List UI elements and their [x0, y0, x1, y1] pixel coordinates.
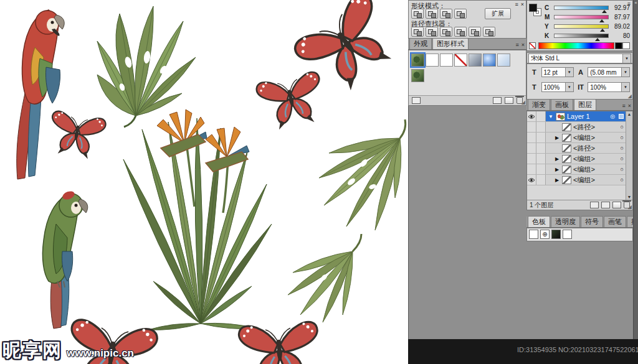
white-swatch[interactable]	[622, 42, 630, 49]
trim-button[interactable]	[426, 27, 438, 37]
tab-transparency[interactable]: 透明度	[551, 216, 580, 227]
merge-button[interactable]	[440, 27, 452, 37]
font-size-select[interactable]: 12 pt ▼	[541, 67, 574, 77]
new-layer-icon[interactable]	[612, 202, 621, 208]
layer-row-group[interactable]: ▶ <编组> ○	[527, 164, 626, 175]
lock-cell[interactable]	[536, 133, 546, 142]
styles-library-icon[interactable]	[412, 97, 421, 104]
artwork-butterfly-middle[interactable]	[255, 71, 328, 133]
channel-y-slider[interactable]	[554, 24, 609, 29]
item-thumbnail[interactable]	[562, 134, 571, 142]
artwork-monstera-leaf-small[interactable]	[288, 234, 361, 322]
graphic-style-thumb-gradient[interactable]	[469, 54, 482, 67]
graphic-style-thumb[interactable]	[426, 54, 439, 67]
group-expand-icon[interactable]: ▶	[554, 135, 560, 141]
item-target-icon[interactable]: ○	[621, 166, 624, 172]
item-thumbnail[interactable]	[562, 155, 571, 163]
layer-expand-icon[interactable]: ▼	[548, 114, 554, 119]
lock-cell[interactable]	[536, 154, 546, 164]
group-expand-icon[interactable]: ▶	[554, 167, 560, 172]
visibility-cell[interactable]	[527, 122, 536, 132]
item-target-icon[interactable]: ○	[621, 177, 624, 183]
graphic-style-thumb-sphere[interactable]	[483, 54, 496, 67]
item-thumbnail[interactable]	[562, 144, 571, 152]
layer-name[interactable]: Layer 1	[567, 113, 590, 120]
tab-layers[interactable]: 图层	[574, 99, 596, 110]
unite-button[interactable]	[411, 9, 424, 19]
intersect-button[interactable]	[440, 9, 452, 19]
swatch-white[interactable]	[563, 230, 572, 239]
visibility-cell[interactable]	[527, 154, 536, 164]
layers-menu-icon[interactable]: ≡	[622, 103, 625, 109]
make-clip-mask-icon[interactable]	[590, 202, 599, 208]
visibility-eye-icon[interactable]	[527, 111, 536, 121]
swatch-registration[interactable]: ⊕	[540, 230, 550, 239]
artwork-monstera-leaf-right[interactable]	[319, 119, 406, 230]
hscale-dropdown-icon[interactable]: ▼	[621, 83, 629, 91]
color-spectrum-bar[interactable]	[538, 42, 614, 49]
graphic-style-thumb-none[interactable]	[454, 54, 467, 67]
resize-grip-icon[interactable]: ◢	[628, 205, 632, 210]
leading-select[interactable]: (5.08 mm ▼	[588, 67, 630, 77]
graphic-style-thumb[interactable]	[440, 54, 453, 67]
leading-dropdown-icon[interactable]: ▼	[621, 68, 629, 77]
black-swatch[interactable]	[615, 42, 622, 49]
expand-button[interactable]: 扩展	[485, 8, 511, 19]
tab-artboard[interactable]: 画板	[551, 99, 573, 110]
group-expand-icon[interactable]: ▶	[554, 177, 560, 183]
layers-scrollbar[interactable]: ▲ ▼	[626, 111, 632, 200]
tab-swatches[interactable]: 色板	[528, 216, 550, 227]
channel-c-value[interactable]: 92.97	[611, 4, 630, 11]
channel-c-slider[interactable]	[554, 6, 609, 10]
layer-row-group[interactable]: ▶ <编组> ○	[527, 175, 626, 185]
styles-menu-icon[interactable]: ≡	[515, 42, 518, 48]
collapse-dock-icon[interactable]: «	[634, 0, 638, 6]
artwork-parrot-green[interactable]	[42, 190, 87, 329]
group-expand-icon[interactable]: ▶	[554, 156, 560, 162]
font-family-select[interactable]: 宋体 Std L ▼	[528, 54, 631, 63]
lock-cell[interactable]	[536, 122, 546, 132]
crop-button[interactable]	[454, 27, 467, 37]
new-style-icon[interactable]	[505, 97, 513, 104]
resize-grip-icon[interactable]: ◢	[628, 94, 632, 99]
panel-close-icon[interactable]: ×	[521, 1, 524, 7]
visibility-cell[interactable]	[527, 143, 536, 153]
minus-front-button[interactable]	[426, 9, 438, 19]
layer-row-path[interactable]: <路径> ○	[527, 143, 626, 154]
swatch-artwork[interactable]	[551, 230, 561, 239]
graphic-style-thumb-art[interactable]	[411, 69, 424, 82]
vertical-scale-select[interactable]: 100% ▼	[541, 82, 574, 92]
lock-cell[interactable]	[536, 175, 546, 185]
tab-gradient[interactable]: 渐变	[528, 99, 550, 110]
scroll-down-icon[interactable]: ▼	[626, 195, 632, 199]
artboard-canvas[interactable]: 昵享网 www.nipic.cn	[0, 0, 408, 364]
resize-grip-icon[interactable]: ◢	[521, 100, 525, 105]
artboard-artwork[interactable]	[0, 0, 408, 364]
styles-close-icon[interactable]: ×	[521, 42, 525, 48]
item-label[interactable]: <编组>	[573, 175, 595, 185]
horizontal-scale-select[interactable]: 100% ▼	[588, 82, 630, 92]
graphic-style-thumb-soft[interactable]	[497, 54, 510, 67]
visibility-eye-icon[interactable]	[527, 175, 536, 185]
dock-collapse-strip[interactable]: «	[633, 0, 638, 339]
channel-k-slider[interactable]	[554, 34, 609, 38]
item-target-icon[interactable]: ○	[621, 134, 624, 141]
panel-menu-icon[interactable]: ≡	[515, 1, 518, 7]
item-label[interactable]: <路径>	[573, 123, 595, 132]
tab-graphic-styles[interactable]: 图形样式	[432, 38, 469, 49]
exclude-button[interactable]	[454, 9, 467, 19]
artwork-butterfly-bottom-center[interactable]	[239, 321, 321, 364]
graphic-style-thumb-selected[interactable]	[411, 54, 424, 67]
new-sublayer-icon[interactable]	[601, 202, 610, 208]
tab-appearance[interactable]: 外观	[409, 38, 432, 49]
layer-target-icon[interactable]: ◎	[610, 113, 615, 119]
channel-m-value[interactable]: 87.97	[611, 14, 630, 21]
minus-back-button[interactable]	[483, 27, 495, 37]
font-family-dropdown-icon[interactable]: ▼	[622, 54, 631, 63]
tab-symbols[interactable]: 符号	[581, 216, 603, 227]
swatch-none[interactable]	[529, 230, 538, 239]
lock-cell[interactable]	[536, 143, 546, 153]
item-label[interactable]: <编组>	[573, 133, 595, 142]
item-target-icon[interactable]: ○	[621, 156, 624, 162]
font-size-dropdown-icon[interactable]: ▼	[565, 68, 573, 77]
